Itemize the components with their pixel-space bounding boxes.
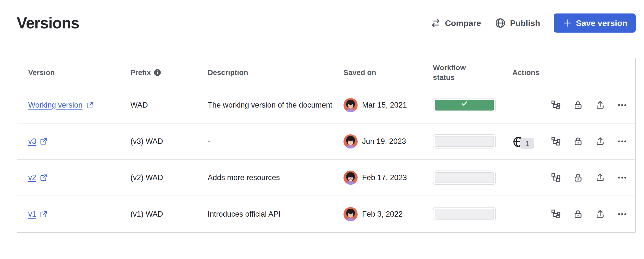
workflow-status-empty (435, 172, 494, 183)
saved-on-date: Feb 17, 2023 (362, 172, 407, 184)
actions-cell (512, 100, 636, 110)
globe-icon (495, 18, 506, 29)
tree-structure-icon[interactable] (550, 136, 562, 147)
description-cell: Adds more resources (208, 172, 344, 184)
lock-icon[interactable] (573, 172, 584, 183)
upload-icon[interactable] (595, 136, 606, 147)
more-options-icon[interactable] (617, 100, 628, 110)
prefix-cell: (v2) WAD (130, 172, 208, 184)
published-count-badge: 1 (520, 138, 534, 149)
version-cell: v3 (28, 136, 130, 147)
prefix-cell: (v1) WAD (130, 208, 208, 220)
actions-cell: 1 (512, 134, 636, 148)
publish-label: Publish (510, 18, 540, 28)
workflow-status-bar[interactable] (433, 134, 496, 148)
workflow-status-cell (433, 98, 512, 112)
saved-on-cell: Jun 19, 2023 (344, 134, 433, 148)
actions-cell (512, 172, 636, 183)
saved-on-date: Mar 15, 2021 (362, 100, 407, 111)
checkmark-icon (460, 99, 468, 111)
column-header-workflow-status: Workflow status (433, 63, 512, 82)
workflow-status-bar[interactable] (433, 207, 496, 221)
description-cell: Introduces official API (208, 208, 344, 220)
avatar (344, 98, 358, 112)
tree-structure-icon[interactable] (550, 172, 562, 183)
saved-on-cell: Feb 17, 2023 (344, 170, 433, 185)
workflow-status-cell (433, 134, 512, 148)
save-version-label: Save version (576, 18, 627, 28)
page-title: Versions (17, 14, 79, 32)
avatar (344, 170, 358, 185)
compare-label: Compare (445, 18, 481, 28)
table-row-v1: v1 (v1) WAD Introduces official API Feb … (17, 196, 635, 232)
workflow-status-empty (435, 209, 494, 220)
prefix-cell: WAD (130, 100, 208, 111)
saved-on-date: Feb 3, 2022 (362, 208, 402, 220)
column-header-description: Description (208, 68, 344, 78)
external-link-icon[interactable] (86, 101, 94, 109)
saved-on-date: Jun 19, 2023 (362, 136, 406, 147)
more-options-icon[interactable] (617, 172, 628, 183)
description-cell: - (208, 136, 344, 147)
prefix-cell: (v3) WAD (130, 136, 208, 147)
published-globe-icon[interactable]: 1 (512, 134, 532, 148)
versions-table: Version Prefix Description Saved on Work… (17, 58, 636, 233)
tree-structure-icon[interactable] (550, 209, 562, 220)
globe-slot: 1 (512, 134, 550, 148)
version-link[interactable]: v2 (28, 172, 36, 184)
table-row-working-version: Working version WAD The working version … (17, 87, 635, 124)
compare-button[interactable]: Compare (430, 18, 481, 28)
page-header: Versions Compare (17, 11, 636, 35)
external-link-icon[interactable] (40, 174, 48, 182)
compare-icon (430, 18, 441, 28)
column-header-actions: Actions (512, 68, 635, 78)
tree-structure-icon[interactable] (550, 100, 562, 110)
header-actions: Compare Publish Save ver (430, 14, 636, 32)
workflow-status-cell (433, 170, 512, 185)
column-header-saved-on: Saved on (344, 68, 433, 78)
table-row-v2: v2 (v2) WAD Adds more resources Feb 17, … (17, 160, 635, 196)
plus-icon (562, 18, 572, 28)
save-version-button[interactable]: Save version (554, 14, 636, 32)
workflow-status-cell (433, 207, 512, 221)
saved-on-cell: Mar 15, 2021 (344, 98, 433, 112)
version-cell: v1 (28, 208, 130, 220)
more-options-icon[interactable] (617, 209, 628, 220)
external-link-icon[interactable] (40, 210, 48, 218)
column-header-prefix: Prefix (130, 68, 208, 78)
upload-icon[interactable] (595, 172, 606, 183)
table-row-v3: v3 (v3) WAD - Jun 19, 2023 1 (17, 124, 635, 160)
lock-icon[interactable] (573, 136, 584, 147)
avatar (344, 207, 358, 221)
table-header-row: Version Prefix Description Saved on Work… (17, 58, 635, 87)
description-cell: The working version of the document (208, 100, 344, 111)
workflow-status-empty (435, 136, 494, 147)
info-icon[interactable] (154, 69, 161, 76)
column-header-version: Version (28, 68, 130, 78)
version-link[interactable]: Working version (28, 100, 82, 111)
versions-page: Versions Compare (0, 0, 644, 233)
workflow-status-bar[interactable] (433, 98, 496, 112)
version-link[interactable]: v3 (28, 136, 36, 147)
publish-button[interactable]: Publish (495, 18, 540, 29)
version-cell: Working version (28, 100, 130, 111)
workflow-status-bar[interactable] (433, 170, 496, 185)
actions-cell (512, 209, 636, 220)
external-link-icon[interactable] (40, 138, 48, 145)
lock-icon[interactable] (573, 100, 584, 110)
version-link[interactable]: v1 (28, 208, 36, 220)
more-options-icon[interactable] (617, 136, 628, 147)
upload-icon[interactable] (595, 100, 606, 110)
workflow-status-complete (435, 100, 494, 110)
saved-on-cell: Feb 3, 2022 (344, 207, 433, 221)
upload-icon[interactable] (595, 209, 606, 220)
avatar (344, 134, 358, 148)
lock-icon[interactable] (573, 209, 584, 220)
version-cell: v2 (28, 172, 130, 184)
